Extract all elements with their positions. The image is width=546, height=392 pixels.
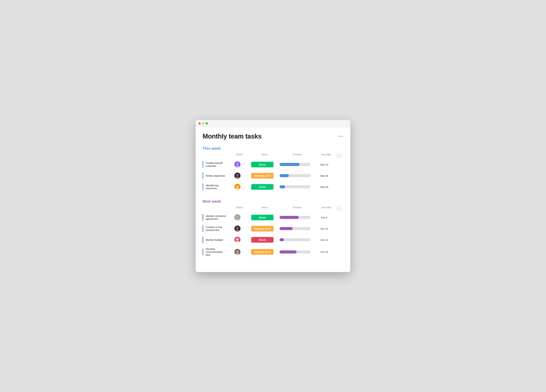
section-header-this-week: This week: [202, 146, 344, 151]
owner-cell[interactable]: [226, 237, 249, 243]
svg-point-4: [236, 174, 239, 176]
svg-point-1: [236, 163, 239, 165]
status-badge[interactable]: Done: [251, 215, 273, 220]
title-bar: [196, 120, 350, 127]
avatar[interactable]: [234, 214, 240, 221]
timeline-bar-track: [280, 227, 311, 230]
owner-cell[interactable]: [226, 225, 249, 232]
table-row[interactable]: Develop communication plan Working on it…: [202, 245, 344, 258]
owner-cell[interactable]: [226, 161, 249, 168]
col-header-add: +: [337, 206, 344, 211]
timeline-bar-track: [280, 185, 311, 188]
avatar[interactable]: [234, 161, 240, 168]
col-header-timeline: Timeline: [278, 206, 316, 211]
timeline-cell: [276, 250, 314, 254]
task-name-cell: Update contractor agreement: [202, 214, 226, 221]
due-date-cell: Sep 26: [314, 174, 334, 177]
sections-container: This week Owner Status Timeline Due date…: [202, 146, 344, 258]
task-border-indicator: [202, 248, 203, 255]
avatar[interactable]: [234, 249, 240, 255]
task-name-cell: Monitor budget: [202, 236, 226, 243]
avatar[interactable]: [234, 173, 240, 179]
due-date-cell: Oct 6: [314, 216, 334, 219]
timeline-cell: [276, 185, 314, 188]
minimize-button[interactable]: [202, 122, 204, 124]
add-task-button[interactable]: +: [337, 153, 341, 158]
section-this-week: This week Owner Status Timeline Due date…: [202, 146, 344, 192]
section-title-next-week: Next week: [202, 199, 221, 204]
timeline-bar-fill: [280, 185, 285, 188]
timeline-bar-track: [280, 238, 311, 241]
status-cell[interactable]: Working on it: [249, 226, 276, 231]
col-header-add: +: [337, 153, 344, 158]
maximize-button[interactable]: [206, 122, 208, 124]
section-title-this-week: This week: [202, 146, 221, 151]
col-header-owner: Owner: [228, 206, 251, 211]
page-header: Monthly team tasks •••: [202, 133, 344, 140]
owner-cell[interactable]: [226, 184, 249, 190]
timeline-bar-track: [280, 163, 311, 166]
timeline-bar-track: [280, 174, 311, 177]
column-headers: Owner Status Timeline Due date +: [202, 206, 344, 212]
timeline-bar-track: [280, 250, 311, 254]
owner-cell[interactable]: [226, 173, 249, 179]
due-date-cell: Sep 22: [314, 163, 334, 166]
task-name-label: Update contractor agreement: [206, 215, 226, 220]
task-list: Update contractor agreement Done Oct 6 C: [202, 212, 344, 258]
timeline-bar-fill: [280, 238, 284, 241]
table-row[interactable]: Identify key resources Done Sep 28: [202, 181, 344, 192]
status-cell[interactable]: Stuck: [249, 237, 276, 243]
table-row[interactable]: Conduct a risk assessment Working on it …: [202, 223, 344, 234]
task-name-cell: Develop communication plan: [202, 248, 226, 256]
task-name-cell: Identify key resources: [202, 183, 226, 190]
status-badge[interactable]: Stuck: [251, 237, 273, 243]
task-border-indicator: [202, 225, 203, 232]
task-border-indicator: [202, 214, 203, 221]
status-cell[interactable]: Done: [249, 215, 276, 220]
task-name-cell: Finalize kickoff materials: [202, 161, 226, 168]
status-badge[interactable]: Done: [251, 184, 273, 190]
status-cell[interactable]: Working on it: [249, 173, 276, 179]
app-window: Monthly team tasks ••• This week Owner S…: [196, 120, 350, 272]
col-header-owner: Owner: [228, 153, 251, 158]
status-badge[interactable]: Working on it: [251, 249, 273, 255]
status-cell[interactable]: Done: [249, 184, 276, 190]
avatar[interactable]: [234, 225, 240, 232]
timeline-cell: [276, 163, 314, 166]
close-button[interactable]: [198, 122, 201, 124]
task-border-indicator: [202, 161, 203, 168]
more-icon[interactable]: •••: [338, 134, 344, 138]
timeline-bar-fill: [280, 216, 299, 219]
avatar[interactable]: [234, 237, 240, 243]
timeline-bar-fill: [280, 250, 297, 254]
add-task-button[interactable]: +: [337, 206, 341, 211]
task-name-cell: Refine objectives: [202, 172, 226, 179]
section-next-week: Next week Owner Status Timeline Due date…: [202, 199, 344, 258]
column-headers: Owner Status Timeline Due date +: [202, 153, 344, 159]
table-row[interactable]: Finalize kickoff materials Done Sep 22: [202, 159, 344, 170]
owner-cell[interactable]: [226, 214, 249, 221]
status-badge[interactable]: Done: [251, 162, 273, 167]
status-cell[interactable]: Done: [249, 162, 276, 167]
svg-point-13: [236, 227, 239, 229]
table-row[interactable]: Refine objectives Working on it Sep 26: [202, 170, 344, 181]
table-row[interactable]: Monitor budget Stuck Oct 12: [202, 234, 344, 245]
status-badge[interactable]: Working on it: [251, 173, 273, 179]
timeline-cell: [276, 216, 314, 219]
timeline-bar-fill: [280, 227, 292, 230]
task-name-label: Develop communication plan: [206, 248, 226, 256]
due-date-cell: Oct 10: [314, 227, 334, 230]
status-cell[interactable]: Working on it: [249, 249, 276, 255]
due-date-cell: Oct 18: [314, 250, 334, 253]
col-header-status: Status: [251, 206, 278, 211]
task-border-indicator: [202, 183, 203, 190]
main-content: Monthly team tasks ••• This week Owner S…: [196, 127, 350, 272]
col-header-status: Status: [251, 153, 278, 158]
status-badge[interactable]: Working on it: [251, 226, 273, 231]
owner-cell[interactable]: [226, 249, 249, 255]
task-name-label: Identify key resources: [206, 184, 226, 190]
avatar[interactable]: [234, 184, 240, 190]
task-name-label: Finalize kickoff materials: [206, 162, 226, 167]
table-row[interactable]: Update contractor agreement Done Oct 6: [202, 212, 344, 223]
col-header-duedate: Due date: [316, 153, 337, 158]
